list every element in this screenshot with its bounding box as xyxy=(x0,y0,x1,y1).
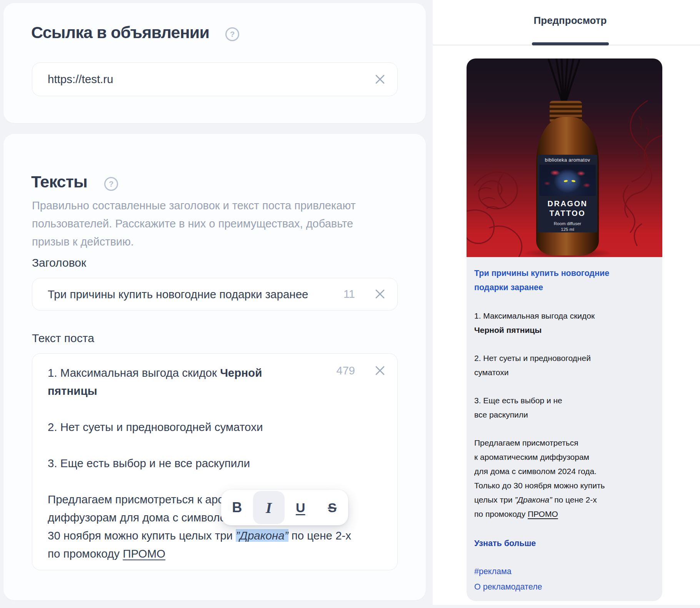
product-name-line2: TATTOO xyxy=(550,209,586,218)
close-icon xyxy=(373,364,387,377)
promo-link[interactable]: ПРОМО xyxy=(528,509,558,518)
preview-paragraph-4: Предлагаем присмотреться к ароматическим… xyxy=(474,436,655,521)
italic-button[interactable]: I xyxy=(253,490,285,525)
post-textarea[interactable]: 1. Максимальная выгода скидок Черной пят… xyxy=(32,353,398,570)
product-type: Room diffuser xyxy=(554,221,581,227)
texts-title: Тексты xyxy=(31,172,87,191)
dragon-label-art xyxy=(539,165,596,196)
preview-paragraph-1: 1. Максимальная выгода скидок Черной пят… xyxy=(474,309,655,337)
texts-card: Тексты ? Правильно составленные заголово… xyxy=(3,134,426,600)
underline-button[interactable]: U xyxy=(285,490,316,525)
post-char-counter: 479 xyxy=(337,364,355,377)
headline-input[interactable]: Три причины купить новогодние подарки за… xyxy=(32,278,398,311)
product-volume: 125 ml xyxy=(561,227,574,232)
close-icon xyxy=(373,73,387,86)
bottle-label: biblioteka aromatov DRAGON TATTOO Room d… xyxy=(538,155,597,232)
selected-text: ”Дракона” xyxy=(236,529,288,542)
italic-icon: I xyxy=(266,499,272,517)
help-icon[interactable]: ? xyxy=(225,27,239,41)
url-input-value: https://test.ru xyxy=(48,63,113,96)
ad-preview-card: biblioteka aromatov DRAGON TATTOO Room d… xyxy=(467,58,662,601)
clear-post-button[interactable] xyxy=(373,364,387,377)
post-textarea-content: 1. Максимальная выгода скидок Черной пят… xyxy=(48,364,382,563)
preview-paragraph-2: 2. Нет суеты и предновогодней суматохи xyxy=(474,351,655,379)
clear-headline-button[interactable] xyxy=(373,287,387,301)
underline-icon: U xyxy=(296,500,305,515)
help-icon[interactable]: ? xyxy=(104,177,118,191)
tab-row: Предпросмотр xyxy=(433,15,700,27)
active-tab-indicator xyxy=(532,42,609,45)
post-text-label: Текст поста xyxy=(32,332,94,345)
clear-url-button[interactable] xyxy=(373,73,387,86)
preview-paragraph-3: 3. Еще есть выбор и не все раскупили xyxy=(474,393,655,422)
product-image: biblioteka aromatov DRAGON TATTOO Room d… xyxy=(467,58,662,257)
ad-link-card: Ссылка в объявлении ? https://test.ru xyxy=(3,3,426,123)
strikethrough-icon: S xyxy=(328,500,337,515)
url-input[interactable]: https://test.ru xyxy=(32,62,398,96)
preview-title-link[interactable]: Три причины купить новогодние подарки за… xyxy=(474,266,655,295)
learn-more-link[interactable]: Узнать больше xyxy=(474,536,655,551)
close-icon xyxy=(373,287,387,301)
preview-panel: Предпросмотр xyxy=(433,0,700,605)
ad-link-title: Ссылка в объявлении xyxy=(31,23,209,42)
promo-underlined-text: ПРОМО xyxy=(123,547,165,560)
ad-hashtag-link[interactable]: #реклама xyxy=(474,564,655,579)
headline-input-value: Три причины купить новогодние подарки за… xyxy=(48,278,308,310)
preview-footer-links: #реклама О рекламодателе xyxy=(474,564,655,595)
headline-char-counter: 11 xyxy=(343,288,355,301)
bold-button[interactable]: B xyxy=(221,490,253,525)
headline-label: Заголовок xyxy=(32,256,86,269)
preview-text-body: Три причины купить новогодние подарки за… xyxy=(467,257,662,601)
about-advertiser-link[interactable]: О рекламодателе xyxy=(474,579,655,595)
strikethrough-button[interactable]: S xyxy=(317,490,348,525)
product-name-line1: DRAGON xyxy=(548,199,588,209)
tab-preview[interactable]: Предпросмотр xyxy=(534,15,607,27)
texts-description: Правильно составленные заголовок и текст… xyxy=(32,197,356,251)
text-format-toolbar: B I U S xyxy=(221,490,348,525)
bold-icon: B xyxy=(232,499,242,516)
brand-name: biblioteka aromatov xyxy=(545,157,590,163)
